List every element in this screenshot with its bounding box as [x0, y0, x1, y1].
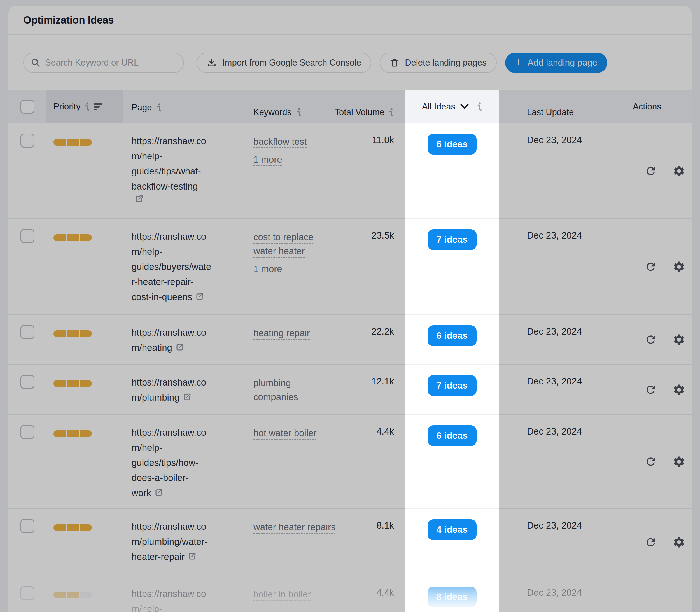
ideas-count-button[interactable]: 6 ideas	[428, 134, 477, 155]
all-ideas-header-label: All Ideas	[422, 102, 455, 112]
info-icon[interactable]	[477, 102, 482, 111]
ideas-count-button[interactable]: 7 ideas	[428, 229, 477, 250]
column-header-all-ideas[interactable]: All Ideas	[405, 90, 499, 124]
all-ideas-spotlight-column: All Ideas 6 ideas 7 ideas 6 ideas 7 idea…	[405, 90, 499, 612]
ideas-count-button[interactable]: 6 ideas	[428, 325, 477, 346]
ideas-count-button[interactable]: 7 ideas	[428, 375, 477, 396]
optimization-ideas-screen: Optimization Ideas Search Keyword or URL	[0, 0, 700, 612]
ideas-count-button[interactable]: 8 ideas	[428, 586, 477, 607]
chevron-down-icon[interactable]	[460, 104, 469, 110]
dim-overlay	[0, 0, 700, 612]
ideas-count-button[interactable]: 4 ideas	[428, 519, 477, 540]
ideas-count-button[interactable]: 6 ideas	[428, 425, 477, 446]
